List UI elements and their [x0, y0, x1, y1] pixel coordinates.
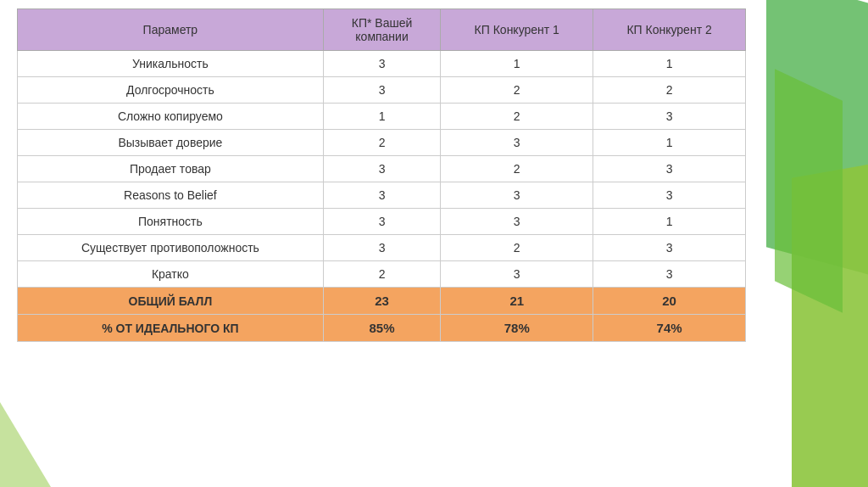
- row-col2: 3: [441, 209, 593, 235]
- row-col3: 1: [593, 51, 746, 77]
- table-row: Кратко233: [18, 261, 746, 288]
- row-col1: 2: [323, 130, 441, 156]
- percent-value: 85%: [323, 315, 441, 342]
- table-row: Уникальность311: [18, 51, 746, 77]
- row-col1: 1: [323, 104, 441, 130]
- percent-value: 78%: [441, 315, 593, 342]
- row-label: Понятность: [18, 209, 324, 235]
- row-label: Существует противоположность: [18, 235, 324, 261]
- table-row: Вызывает доверие231: [18, 130, 746, 156]
- row-col3: 1: [593, 209, 746, 235]
- table-row: Продает товар323: [18, 156, 746, 182]
- row-label: Кратко: [18, 261, 324, 288]
- table-row: Сложно копируемо123: [18, 104, 746, 130]
- row-label: Сложно копируемо: [18, 104, 324, 130]
- row-label: Уникальность: [18, 51, 324, 77]
- row-col1: 3: [323, 209, 441, 235]
- row-col2: 2: [441, 235, 593, 261]
- row-col1: 3: [323, 51, 441, 77]
- row-col3: 3: [593, 261, 746, 288]
- row-col2: 2: [441, 156, 593, 182]
- row-col3: 2: [593, 77, 746, 104]
- table-row: Существует противоположность323: [18, 235, 746, 261]
- row-col3: 3: [593, 104, 746, 130]
- row-col1: 3: [323, 235, 441, 261]
- row-col3: 3: [593, 182, 746, 209]
- green-shape-3: [775, 69, 843, 312]
- row-col3: 3: [593, 156, 746, 182]
- green-decoration: [732, 0, 868, 487]
- row-label: Reasons to Belief: [18, 182, 324, 209]
- table-row: Долгосрочность322: [18, 77, 746, 104]
- col-header-own: КП* Вашейкомпании: [323, 9, 441, 51]
- row-col1: 2: [323, 261, 441, 288]
- row-col3: 1: [593, 130, 746, 156]
- percent-value: 74%: [593, 315, 746, 342]
- total-value: 23: [323, 288, 441, 315]
- total-value: 20: [593, 288, 746, 315]
- total-label: ОБЩИЙ БАЛЛ: [18, 288, 324, 315]
- total-row: ОБЩИЙ БАЛЛ232120: [18, 288, 746, 315]
- row-col3: 3: [593, 235, 746, 261]
- row-col1: 3: [323, 77, 441, 104]
- row-label: Вызывает доверие: [18, 130, 324, 156]
- comparison-table: Параметр КП* Вашейкомпании КП Конкурент …: [17, 8, 746, 342]
- row-label: Долгосрочность: [18, 77, 324, 104]
- row-label: Продает товар: [18, 156, 324, 182]
- row-col1: 3: [323, 156, 441, 182]
- row-col1: 3: [323, 182, 441, 209]
- col-header-param: Параметр: [18, 9, 324, 51]
- row-col2: 2: [441, 104, 593, 130]
- row-col2: 3: [441, 261, 593, 288]
- row-col2: 2: [441, 77, 593, 104]
- table-row: Понятность331: [18, 209, 746, 235]
- table-header-row: Параметр КП* Вашейкомпании КП Конкурент …: [18, 9, 746, 51]
- row-col2: 3: [441, 130, 593, 156]
- col-header-comp2: КП Конкурент 2: [593, 9, 746, 51]
- percent-label: % от идеального КП: [18, 315, 324, 342]
- row-col2: 1: [441, 51, 593, 77]
- col-header-comp1: КП Конкурент 1: [441, 9, 593, 51]
- percent-row: % от идеального КП85%78%74%: [18, 315, 746, 342]
- table-row: Reasons to Belief333: [18, 182, 746, 209]
- page-content: Параметр КП* Вашейкомпании КП Конкурент …: [17, 8, 746, 342]
- row-col2: 3: [441, 182, 593, 209]
- total-value: 21: [441, 288, 593, 315]
